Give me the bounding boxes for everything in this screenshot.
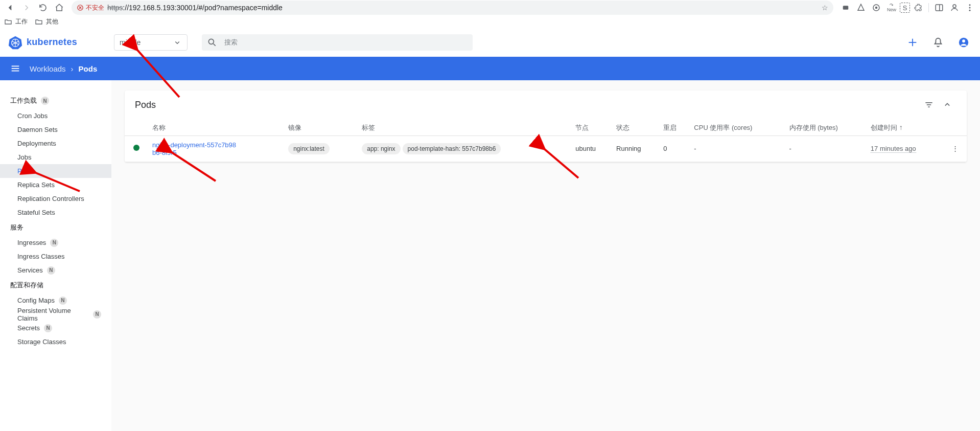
breadcrumb-bar: Workloads › Pods: [0, 57, 980, 80]
filter-icon[interactable]: [920, 96, 938, 114]
col-labels[interactable]: 标签: [358, 119, 571, 135]
sidebar-item-cron-jobs[interactable]: Cron Jobs: [0, 109, 111, 123]
sidebar-item-daemon-sets[interactable]: Daemon Sets: [0, 123, 111, 137]
ext2-icon[interactable]: [854, 1, 868, 15]
col-image[interactable]: 镜像: [284, 119, 358, 135]
address-bar[interactable]: 不安全 https://192.168.5.193:30001/#/pod?na…: [72, 1, 833, 15]
row-menu-icon[interactable]: ⋮: [952, 145, 959, 152]
insecure-label: 不安全: [86, 4, 104, 12]
sidebar-item-replica-sets[interactable]: Replica Sets: [0, 178, 111, 192]
sidebar-item-jobs[interactable]: Jobs: [0, 150, 111, 164]
star-icon[interactable]: ☆: [822, 4, 828, 12]
browser-right-icons: ↷New S: [838, 1, 977, 15]
account-icon[interactable]: [955, 34, 972, 51]
svg-rect-1: [843, 6, 849, 10]
pods-card: Pods 名称 镜像 标签 节点 状态 重启 CPU 使用率 (cores): [125, 90, 967, 162]
sidepanel-icon[interactable]: [932, 1, 946, 15]
table-row: nginx-deployment-557c7b98b6-8l5r5nginx:l…: [125, 135, 967, 162]
status-cell: Running: [612, 135, 659, 162]
brand-text: kubernetes: [27, 37, 77, 48]
col-created[interactable]: 创建时间↑: [867, 119, 943, 135]
sidebar-item-ingresses[interactable]: IngressesN: [0, 236, 111, 249]
search-placeholder: 搜索: [224, 38, 238, 47]
svg-line-16: [214, 43, 216, 46]
sidebar-item-replication-controllers[interactable]: Replication Controllers: [0, 192, 111, 206]
collapse-icon[interactable]: [938, 96, 956, 114]
sidebar-item-ingress-classes[interactable]: Ingress Classes: [0, 249, 111, 263]
sidebar-group-title: 配置和存储: [0, 277, 111, 293]
cpu-cell: -: [690, 135, 785, 162]
mem-cell: -: [785, 135, 867, 162]
url-text: https://192.168.5.193:30001/#/pod?namesp…: [107, 4, 819, 12]
svg-point-6: [953, 5, 956, 8]
card-title: Pods: [135, 100, 156, 110]
reload-icon[interactable]: [36, 1, 50, 15]
svg-point-9: [969, 10, 971, 11]
search-input[interactable]: 搜索: [202, 34, 473, 51]
sidebar-item-persistent-volume-claims[interactable]: Persistent Volume ClaimsN: [0, 307, 111, 321]
label-chip: pod-template-hash: 557c7b98b6: [403, 143, 501, 154]
ext1-icon[interactable]: [838, 1, 853, 15]
col-name[interactable]: 名称: [148, 119, 284, 135]
ext3-icon[interactable]: [869, 1, 883, 15]
created-cell: 17 minutes ago: [871, 145, 916, 153]
namespace-value: middle: [120, 38, 141, 47]
pod-name-link[interactable]: nginx-deployment-557c7b98b6-8l5r5: [152, 141, 239, 156]
col-memory[interactable]: 内存使用 (bytes): [785, 119, 867, 135]
svg-point-8: [969, 7, 971, 9]
ext-new-icon[interactable]: ↷New: [884, 1, 899, 15]
forward-icon[interactable]: [19, 1, 34, 15]
app-header: kubernetes middle 搜索: [0, 28, 980, 57]
profile-icon[interactable]: [947, 1, 962, 15]
badge: N: [50, 239, 58, 247]
breadcrumb-workloads[interactable]: Workloads: [30, 64, 66, 73]
extensions-icon[interactable]: [911, 1, 925, 15]
logo[interactable]: kubernetes: [8, 35, 77, 50]
sidebar: 工作负载NCron JobsDaemon SetsDeploymentsJobs…: [0, 80, 111, 431]
sidebar-group-title: 服务: [0, 219, 111, 236]
sidebar-item-deployments[interactable]: Deployments: [0, 137, 111, 150]
status-dot: [133, 145, 139, 151]
breadcrumb-current: Pods: [79, 64, 98, 73]
pods-table: 名称 镜像 标签 节点 状态 重启 CPU 使用率 (cores) 内存使用 (…: [125, 119, 967, 162]
svg-point-15: [208, 39, 214, 44]
bookmarks-bar: 工作 其他: [0, 15, 980, 28]
search-icon: [207, 37, 217, 48]
badge: N: [44, 324, 52, 332]
ext-s-icon[interactable]: S: [900, 3, 910, 13]
bookmark-folder-other[interactable]: 其他: [35, 17, 58, 26]
hamburger-icon[interactable]: [6, 59, 25, 78]
badge: N: [93, 310, 101, 319]
chevron-down-icon: [173, 38, 182, 47]
badge: N: [47, 266, 55, 275]
back-icon[interactable]: [3, 1, 17, 15]
sidebar-item-secrets[interactable]: SecretsN: [0, 321, 111, 335]
sidebar-item-config-maps[interactable]: Config MapsN: [0, 293, 111, 307]
sidebar-item-storage-classes[interactable]: Storage Classes: [0, 335, 111, 349]
content: Pods 名称 镜像 标签 节点 状态 重启 CPU 使用率 (cores): [111, 80, 980, 431]
sort-asc-icon: ↑: [899, 123, 903, 131]
col-cpu[interactable]: CPU 使用率 (cores): [690, 119, 785, 135]
sidebar-group-title: 工作负载N: [0, 93, 111, 109]
chevron-right-icon: ›: [71, 64, 74, 73]
insecure-badge: 不安全: [77, 4, 104, 12]
browser-toolbar: 不安全 https://192.168.5.193:30001/#/pod?na…: [0, 0, 980, 15]
notifications-icon[interactable]: [930, 34, 946, 51]
node-cell: ubuntu: [571, 135, 612, 162]
badge: N: [59, 297, 67, 305]
col-restarts[interactable]: 重启: [659, 119, 690, 135]
namespace-select[interactable]: middle: [114, 34, 188, 51]
chrome-menu-icon[interactable]: [963, 1, 977, 15]
create-button[interactable]: [904, 34, 921, 51]
svg-point-20: [962, 39, 965, 42]
home-icon[interactable]: [52, 1, 66, 15]
bookmark-folder-work[interactable]: 工作: [4, 17, 28, 26]
image-chip: nginx:latest: [288, 143, 330, 154]
sidebar-item-stateful-sets[interactable]: Stateful Sets: [0, 206, 111, 219]
col-status[interactable]: 状态: [612, 119, 659, 135]
sidebar-item-services[interactable]: ServicesN: [0, 263, 111, 277]
svg-point-7: [969, 4, 971, 6]
sidebar-item-pods[interactable]: Pods: [0, 164, 111, 178]
col-node[interactable]: 节点: [571, 119, 612, 135]
restarts-cell: 0: [659, 135, 690, 162]
